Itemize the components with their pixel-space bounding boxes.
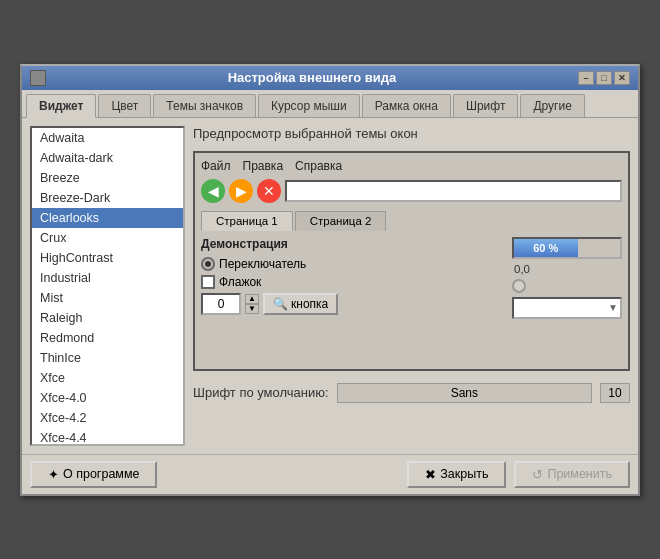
theme-item-breeze-dark[interactable]: Breeze-Dark (32, 188, 183, 208)
theme-item-raleigh[interactable]: Raleigh (32, 308, 183, 328)
apply-button[interactable]: ↺ Применить (514, 461, 630, 488)
menu-item-file[interactable]: Файл (201, 159, 231, 173)
right-demo: 60 % 0,0 ▼ (512, 237, 622, 319)
tab-color[interactable]: Цвет (98, 94, 151, 117)
spinner-input[interactable] (201, 293, 241, 315)
close-button[interactable]: ✕ (614, 71, 630, 85)
preview-tab-page2[interactable]: Страница 2 (295, 211, 387, 231)
stop-button[interactable]: ✕ (257, 179, 281, 203)
tab-window-frame[interactable]: Рамка окна (362, 94, 451, 117)
search-icon: 🔍 (273, 297, 288, 311)
titlebar: Настройка внешнего вида – □ ✕ (22, 66, 638, 90)
close-label: Закрыть (440, 467, 488, 481)
theme-item-thinice[interactable]: ThinIce (32, 348, 183, 368)
close-icon: ✖ (425, 467, 436, 482)
theme-item-highcontrast[interactable]: HighContrast (32, 248, 183, 268)
preview-toolbar: ◀ ▶ ✕ (201, 179, 622, 203)
about-button[interactable]: ✦ О программе (30, 461, 157, 488)
radio-option: Переключатель (201, 257, 504, 271)
checkbox-label: Флажок (219, 275, 261, 289)
tab-icon-themes[interactable]: Темы значков (153, 94, 256, 117)
progress-label: 60 % (533, 242, 558, 254)
spinner-arrows: ▲ ▼ (245, 294, 259, 314)
coord-text: 0,0 (514, 263, 622, 275)
button-label: кнопка (291, 297, 328, 311)
theme-item-xfce[interactable]: Xfce (32, 368, 183, 388)
theme-item-crux[interactable]: Crux (32, 228, 183, 248)
preview-menubar: Файл Правка Справка (201, 159, 622, 173)
preview-tabs: Страница 1 Страница 2 (201, 211, 622, 231)
theme-item-breeze[interactable]: Breeze (32, 168, 183, 188)
main-window: Настройка внешнего вида – □ ✕ Виджет Цве… (20, 64, 640, 496)
theme-item-xfce40[interactable]: Xfce-4.0 (32, 388, 183, 408)
checkbox-flag[interactable] (201, 275, 215, 289)
minimize-button[interactable]: – (578, 71, 594, 85)
close-button[interactable]: ✖ Закрыть (407, 461, 506, 488)
font-row: Шрифт по умолчанию: Sans 10 (193, 379, 630, 407)
radio-switcher[interactable] (201, 257, 215, 271)
address-input[interactable] (285, 180, 622, 202)
tab-other[interactable]: Другие (520, 94, 584, 117)
maximize-button[interactable]: □ (596, 71, 612, 85)
preview-content-area: Демонстрация Переключатель Флажок (201, 237, 622, 319)
icon-button[interactable]: 🔍 кнопка (263, 293, 338, 315)
theme-list[interactable]: Adwaita Adwaita-dark Breeze Breeze-Dark … (32, 128, 183, 444)
font-size-value[interactable]: 10 (600, 383, 630, 403)
checkbox-option: Флажок (201, 275, 504, 289)
menu-item-edit[interactable]: Правка (243, 159, 284, 173)
preview-label: Предпросмотр выбранной темы окон (193, 126, 630, 141)
preview-tab-page1[interactable]: Страница 1 (201, 211, 293, 231)
font-value[interactable]: Sans (337, 383, 592, 403)
theme-item-mist[interactable]: Mist (32, 288, 183, 308)
theme-item-xfce44[interactable]: Xfce-4.4 (32, 428, 183, 444)
preview-box: Файл Правка Справка ◀ ▶ ✕ Страница 1 Стр… (193, 151, 630, 371)
demo-title: Демонстрация (201, 237, 504, 251)
forward-button[interactable]: ▶ (229, 179, 253, 203)
tabs-bar: Виджет Цвет Темы значков Курсор мыши Рам… (22, 90, 638, 118)
theme-item-industrial[interactable]: Industrial (32, 268, 183, 288)
main-content: Adwaita Adwaita-dark Breeze Breeze-Dark … (22, 118, 638, 454)
spinner-up[interactable]: ▲ (245, 294, 259, 304)
titlebar-controls: – □ ✕ (578, 71, 630, 85)
spinner-row: ▲ ▼ 🔍 кнопка (201, 293, 504, 315)
right-panel: Предпросмотр выбранной темы окон Файл Пр… (193, 126, 630, 446)
font-label: Шрифт по умолчанию: (193, 385, 329, 400)
theme-item-adwaita[interactable]: Adwaita (32, 128, 183, 148)
about-label: О программе (63, 467, 139, 481)
apply-icon: ↺ (532, 467, 543, 482)
back-button[interactable]: ◀ (201, 179, 225, 203)
spinner-down[interactable]: ▼ (245, 304, 259, 314)
menu-item-help[interactable]: Справка (295, 159, 342, 173)
theme-item-adwaita-dark[interactable]: Adwaita-dark (32, 148, 183, 168)
theme-item-redmond[interactable]: Redmond (32, 328, 183, 348)
bottom-bar: ✦ О программе ✖ Закрыть ↺ Применить (22, 454, 638, 494)
window-title: Настройка внешнего вида (46, 70, 578, 85)
window-icon (30, 70, 46, 86)
tab-cursor[interactable]: Курсор мыши (258, 94, 360, 117)
theme-item-clearlooks[interactable]: Clearlooks (32, 208, 183, 228)
radio-small[interactable] (512, 279, 526, 293)
radio-label: Переключатель (219, 257, 306, 271)
tab-font[interactable]: Шрифт (453, 94, 518, 117)
apply-label: Применить (547, 467, 612, 481)
star-icon: ✦ (48, 467, 59, 482)
demo-section: Демонстрация Переключатель Флажок (201, 237, 504, 315)
theme-list-container: Adwaita Adwaita-dark Breeze Breeze-Dark … (30, 126, 185, 446)
tab-widget[interactable]: Виджет (26, 94, 96, 118)
theme-item-xfce42[interactable]: Xfce-4.2 (32, 408, 183, 428)
dropdown-preview[interactable]: ▼ (512, 297, 622, 319)
progress-bar-container: 60 % (512, 237, 622, 259)
progress-bar-fill: 60 % (514, 239, 578, 257)
dropdown-arrow-icon: ▼ (608, 302, 618, 313)
